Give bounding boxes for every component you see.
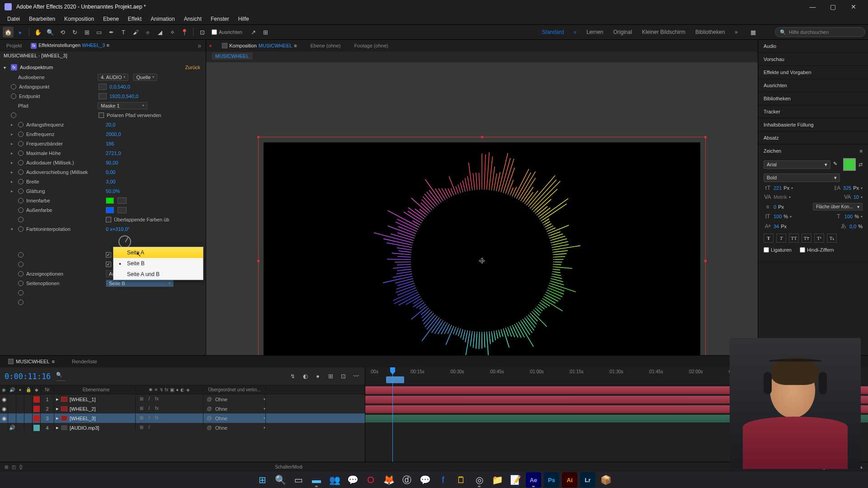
tsume-value[interactable]: 0,0 [849, 224, 856, 229]
home-button[interactable]: 🏠 [3, 27, 14, 38]
visibility-toggle[interactable]: ◉ [2, 415, 6, 422]
messenger-icon[interactable]: 💬 [417, 472, 433, 488]
eraser-tool[interactable]: ◢ [155, 27, 165, 38]
stopwatch-endfreq[interactable] [18, 131, 24, 137]
path-dropdown[interactable]: Maske 1▾ [98, 102, 147, 109]
shy-toggle-icon[interactable]: ↯ [288, 372, 297, 381]
panel-toggle-icon[interactable]: ▦ [748, 27, 759, 38]
startfreq-value[interactable]: 20,0 [106, 122, 115, 127]
fill-stroke-order-dropdown[interactable]: Fläche über Kon...▾ [813, 203, 863, 211]
quality-switch[interactable]: ⊞ [138, 425, 145, 431]
label-color[interactable] [33, 406, 40, 412]
minimize-button[interactable]: — [802, 3, 823, 10]
tracking-value[interactable]: 10 [854, 194, 859, 200]
search-button[interactable]: 🔍 [273, 472, 288, 488]
tab-project[interactable]: Projekt [2, 41, 26, 50]
layer-row[interactable]: ◉1▸[WHEEL_1]⊞/fx@Ohne▾ [0, 394, 365, 404]
stopwatch-display[interactable] [18, 271, 24, 277]
leading-value[interactable]: 325 [843, 185, 851, 191]
timeline-search[interactable]: 🔍 [56, 372, 65, 381]
col-lock-icon[interactable]: 🔒 [24, 387, 33, 392]
panel-effekte[interactable]: Effekte und Vorgaben [758, 66, 868, 79]
quality-switch[interactable]: ⊞ [138, 415, 145, 422]
menu-komposition[interactable]: Komposition [60, 14, 99, 23]
stopwatch-polar[interactable] [11, 113, 16, 118]
selection-handle[interactable] [257, 136, 259, 138]
eyedropper-icon[interactable] [118, 197, 127, 204]
parent-dropdown[interactable]: Ohne [215, 416, 227, 421]
pickwhip-icon[interactable]: @ [206, 415, 212, 422]
stopwatch-softness[interactable] [18, 188, 24, 194]
stopwatch-hue[interactable] [18, 226, 24, 232]
superscript-button[interactable]: T¹ [814, 234, 824, 243]
parent-dropdown[interactable]: Ohne [215, 425, 227, 431]
menu-bearbeiten[interactable]: Bearbeiten [24, 14, 60, 23]
col-name[interactable]: Ebenenname [54, 387, 136, 392]
selection-tool[interactable]: ▸ [15, 27, 26, 38]
endpoint-value[interactable]: 1920,0,540,0 [109, 94, 138, 99]
align-checkbox[interactable]: Ausrichten [212, 29, 242, 35]
startpoint-value[interactable]: 0,0,540,0 [109, 84, 130, 89]
ligatures-checkbox[interactable]: Ligaturen [764, 247, 792, 253]
footer-label[interactable]: Schalter/Modi [275, 465, 302, 469]
workspace-bibliotheken[interactable]: Bibliotheken [695, 29, 725, 35]
menu-item-seite-a-und-b[interactable]: Seite A und B [113, 269, 203, 280]
stopwatch-outercolor[interactable] [18, 207, 24, 213]
col-nr[interactable]: Nr [41, 387, 54, 392]
eyedropper-icon[interactable]: ✎ [833, 161, 840, 168]
pen-tool[interactable]: ✒ [106, 27, 117, 38]
orbit-tool[interactable]: ⟲ [57, 27, 68, 38]
toggle-switches-icon[interactable]: ⊞ [5, 465, 8, 469]
panel-audio[interactable]: Audio [758, 40, 868, 53]
parent-dropdown[interactable]: Ohne [215, 406, 227, 412]
after-effects-icon[interactable]: Ae [526, 472, 541, 488]
toggle-brackets-icon[interactable]: {} [19, 465, 23, 469]
graph-toggle-icon[interactable]: 〰 [351, 372, 360, 381]
stopwatch-extra1[interactable] [18, 290, 24, 296]
tab-layer[interactable]: Ebene (ohne) [307, 41, 344, 50]
files-icon[interactable]: 📁 [490, 472, 505, 488]
work-area-bar[interactable] [386, 376, 404, 383]
small-caps-button[interactable]: Tᴛ [802, 234, 811, 243]
dynhue-checkbox[interactable] [106, 252, 111, 258]
text-tool[interactable]: T [118, 27, 129, 38]
menu-ebene[interactable]: Ebene [99, 14, 123, 23]
overlap-checkbox[interactable] [106, 217, 111, 222]
fx-switch[interactable]: / [146, 406, 152, 412]
roto-tool[interactable]: ✧ [167, 27, 178, 38]
workspace-overflow[interactable]: » [735, 29, 738, 35]
notepad-icon[interactable]: 📝 [508, 472, 523, 488]
faux-italic-button[interactable]: T [776, 234, 786, 243]
panel-inhalt-fuellung[interactable]: Inhaltsbasierte Füllung [758, 118, 868, 131]
stopwatch-endpoint[interactable] [11, 94, 16, 99]
menu-fenster[interactable]: Fenster [206, 14, 234, 23]
photoshop-icon[interactable]: Ps [544, 472, 559, 488]
stopwatch-audiodur[interactable] [18, 160, 24, 165]
timeline-tab-render[interactable]: Renderliste [67, 357, 102, 366]
panel-tracker[interactable]: Tracker [758, 105, 868, 118]
softness-value[interactable]: 50,0% [106, 188, 120, 194]
outercolor-swatch[interactable] [106, 207, 114, 213]
close-button[interactable]: ✕ [843, 3, 863, 10]
audio-toggle[interactable]: 🔊 [9, 425, 15, 431]
visibility-toggle[interactable]: ◉ [2, 406, 6, 412]
draft3d-icon[interactable]: ⊡ [339, 372, 348, 381]
menu-item-seite-a[interactable]: Seite A [113, 247, 203, 258]
hscale-value[interactable]: 100 [844, 214, 853, 219]
menu-effekt[interactable]: Effekt [123, 14, 146, 23]
crosshair-icon[interactable] [99, 93, 107, 99]
side-dropdown[interactable]: Seite B▾ [106, 280, 174, 287]
menu-datei[interactable]: Datei [3, 14, 24, 23]
col-label-icon[interactable]: ◆ [33, 387, 41, 392]
all-caps-button[interactable]: TT [789, 234, 799, 243]
menu-hilfe[interactable]: Hilfe [234, 14, 254, 23]
kerning-value[interactable]: Metrik [774, 194, 787, 200]
collapse-switch[interactable]: fx [154, 406, 160, 412]
font-family-dropdown[interactable]: Arial▾ [764, 160, 830, 169]
stopwatch-dynhue[interactable] [18, 252, 24, 258]
help-search[interactable]: 🔍Hilfe durchsuchen [775, 27, 865, 37]
illustrator-icon[interactable]: Ai [562, 472, 577, 488]
stopwatch-startpoint[interactable] [11, 84, 16, 89]
eyedropper-icon[interactable] [118, 207, 127, 213]
workspace-standard[interactable]: Standard [542, 29, 564, 35]
